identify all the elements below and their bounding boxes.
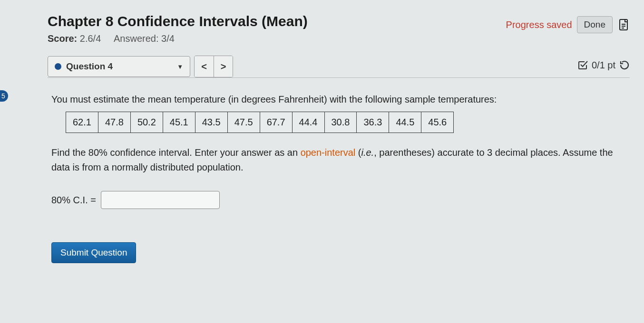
answered-label: Answered:: [114, 33, 159, 44]
open-interval-term: open-interval: [301, 147, 356, 158]
question-nav: < >: [194, 56, 233, 77]
answer-row: 80% C.I. =: [51, 191, 626, 209]
data-cell: 67.7: [260, 112, 292, 133]
instr-post-a: (: [355, 147, 361, 158]
page-title: Chapter 8 Confidence Intervals (Mean): [48, 13, 308, 29]
data-cell: 30.8: [324, 112, 357, 133]
prev-question-button[interactable]: <: [195, 56, 214, 77]
question-content: You must estimate the mean temperature (…: [48, 78, 630, 263]
page-container: Chapter 8 Confidence Intervals (Mean) Sc…: [0, 0, 644, 277]
header: Chapter 8 Confidence Intervals (Mean) Sc…: [48, 13, 630, 44]
points-value: 0/1 pt: [592, 60, 615, 71]
answer-label: 80% C.I. =: [51, 193, 96, 208]
retry-icon[interactable]: [619, 60, 630, 70]
score-label: Score:: [48, 33, 77, 44]
data-cell: 44.5: [389, 112, 421, 133]
answer-input[interactable]: [101, 191, 220, 209]
progress-saved-text: Progress saved: [506, 19, 572, 30]
header-left: Chapter 8 Confidence Intervals (Mean) Sc…: [48, 13, 308, 44]
question-bar-left: Question 4 ▼ < >: [48, 56, 233, 77]
instructions: Find the 80% confidence interval. Enter …: [51, 145, 626, 175]
status-dot-icon: [55, 63, 61, 70]
table-row: 62.147.850.245.143.547.567.744.430.836.3…: [66, 112, 454, 133]
data-cell: 45.6: [421, 112, 454, 133]
chevron-down-icon: ▼: [177, 63, 183, 70]
question-selector[interactable]: Question 4 ▼: [48, 56, 190, 77]
instr-pre: Find the 80% confidence interval. Enter …: [51, 147, 301, 158]
data-cell: 45.1: [163, 112, 195, 133]
header-right: Progress saved Done: [506, 16, 630, 33]
data-cell: 47.8: [98, 112, 130, 133]
checkbox-icon: [577, 60, 588, 70]
instr-ie: i.e.: [361, 147, 374, 158]
next-question-button[interactable]: >: [214, 56, 233, 77]
data-cell: 43.5: [195, 112, 227, 133]
data-cell: 44.4: [292, 112, 324, 133]
answered-value: 3/4: [161, 33, 175, 44]
data-cell: 47.5: [227, 112, 260, 133]
score-value: 2.6/4: [80, 33, 101, 44]
sample-data-table: 62.147.850.245.143.547.567.744.430.836.3…: [66, 112, 454, 133]
submit-question-button[interactable]: Submit Question: [51, 242, 136, 263]
data-cell: 62.1: [66, 112, 98, 133]
prompt-text: You must estimate the mean temperature (…: [51, 92, 626, 107]
question-bar-right: 0/1 pt: [577, 60, 630, 74]
question-bar: Question 4 ▼ < > 0/1 pt: [48, 56, 630, 78]
data-cell: 50.2: [130, 112, 163, 133]
question-label: Question 4: [66, 61, 113, 72]
done-button[interactable]: Done: [577, 16, 613, 33]
data-cell: 36.3: [357, 112, 389, 133]
print-icon[interactable]: [617, 18, 630, 31]
score-line: Score: 2.6/4 Answered: 3/4: [48, 33, 308, 44]
